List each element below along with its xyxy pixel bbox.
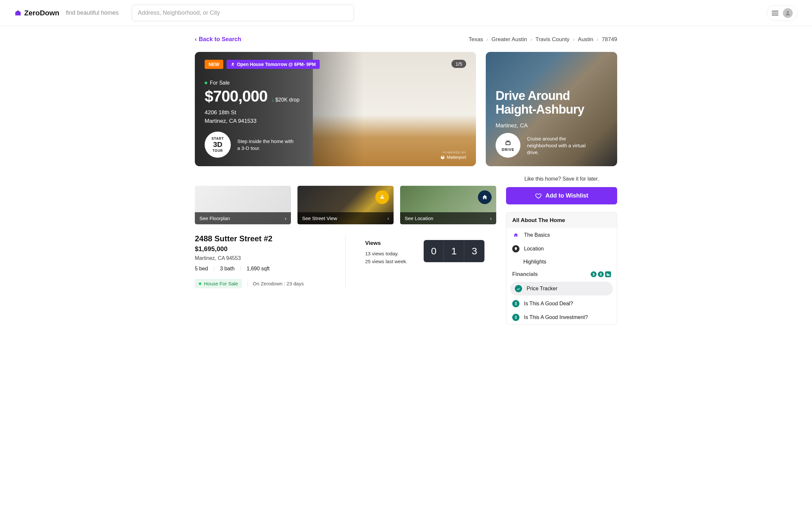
chart-icon: 📊︎ [605,271,611,277]
heart-icon [535,193,542,199]
views-label: Views [365,240,407,246]
views-today: 13 views today. [365,250,407,258]
status-dot-icon [205,81,207,84]
header-right [767,5,798,21]
drive-title-line1: Drive Around [496,89,607,103]
crumb-travis-county[interactable]: Travis County [535,36,569,43]
nav-panel: All About The Home The Basics Location H… [506,212,617,325]
nav-section-financials[interactable]: Financials $ $ 📊︎ [506,268,617,281]
sqft-stat: 1,690 sqft [247,266,270,272]
dollar-icon: $ [512,314,519,321]
hero-image[interactable]: NEW Open House Tomorrow @ 6PM- 9PM 1/5 F… [195,52,476,166]
open-house-label: Open House Tomorrow @ 6PM- 9PM [237,62,316,67]
crumb-zip[interactable]: 78749 [602,36,617,43]
address-line1: 4206 18th St [205,108,466,117]
search-box [132,4,354,21]
property-title: 2488 Sutter Street #2 [195,234,335,243]
nav-item-good-investment[interactable]: $ Is This A Good Investment? [506,311,617,324]
crumb-greater-austin[interactable]: Greater Austin [492,36,527,43]
chevron-left-icon: ‹ [195,36,197,43]
property-price: $1,695,000 [195,245,335,253]
price-drop-label: $20K drop [275,97,300,103]
drive-subtitle: Martinez, CA [496,122,607,129]
crumb-texas[interactable]: Texas [468,36,483,43]
dollar-icon: $ [512,300,519,307]
tour-line2: 3D [213,140,222,149]
street-view-thumbnail[interactable]: See Street View › [298,186,394,224]
views-section: Views 13 views today. 25 views last week… [345,234,496,288]
new-badge: NEW [205,60,223,69]
nav-item-good-deal[interactable]: $ Is This A Good Deal? [506,297,617,311]
tv-icon [504,139,511,146]
logo[interactable]: ZeroDown [14,9,59,17]
days-on-zerodown: On Zerodown : 23 days [253,281,304,286]
back-to-search-link[interactable]: ‹ Back to Search [195,36,241,43]
drive-title-line2: Haight-Ashbury [496,103,607,117]
chevron-right-icon: › [285,215,286,221]
sale-status-label: For Sale [210,80,230,86]
crumb-austin[interactable]: Austin [578,36,593,43]
floorplan-thumbnail[interactable]: See Floorplan › [195,186,291,224]
price: $700,000 [205,87,267,105]
stat-separator [214,266,214,271]
sale-tag-label: House For Sale [204,281,238,286]
drive-button[interactable]: DRIVE [496,133,520,158]
home-pin-icon [478,190,492,204]
chevron-right-icon: › [490,215,492,221]
baths-stat: 3 bath [220,266,234,272]
status-dot-icon [199,283,201,285]
dollar-icon: $ [591,271,597,277]
brand-name: ZeroDown [24,9,59,17]
stat-separator [247,281,247,286]
tagline: find beautiful homes [66,10,119,16]
logo-icon [14,10,21,17]
counter-digit: 1 [444,240,464,262]
nav-item-basics[interactable]: The Basics [506,228,617,242]
open-house-badge: Open House Tomorrow @ 6PM- 9PM [227,60,320,69]
matterport-name: Matterport [447,155,466,160]
nav-label: Is This A Good Deal? [524,301,573,306]
chevron-right-icon: › [487,36,488,43]
home-icon [512,231,519,239]
nav-item-location[interactable]: Location [506,242,617,256]
property-details: 2488 Sutter Street #2 $1,695,000 Martine… [195,234,345,288]
location-thumbnail[interactable]: See Location › [400,186,496,224]
nav-label: Price Tracker [527,286,557,291]
svg-point-0 [787,11,789,13]
walk-icon [230,62,235,66]
nav-label: Is This A Good Investment? [524,314,588,320]
views-week: 25 views last week. [365,258,407,266]
matterport-credit: POWERED BY Matterport [440,151,466,160]
avatar[interactable] [783,8,793,18]
chevron-right-icon: › [387,215,389,221]
nav-item-price-tracker[interactable]: Price Tracker [510,282,613,296]
start-3d-tour-button[interactable]: START 3D TOUR [205,132,231,158]
matterport-powered: POWERED BY [440,151,466,154]
counter-digit: 0 [424,240,444,262]
street-view-label: See Street View [302,215,337,221]
tour-description: Step inside the home with a 3-D tour. [237,138,296,151]
location-label: See Location [405,215,433,221]
beds-stat: 5 bed [195,266,208,272]
chevron-right-icon: › [573,36,575,43]
street-view-icon [375,190,389,204]
drive-around-card[interactable]: Drive Around Haight-Ashbury Martinez, CA… [486,52,617,166]
location-icon [512,245,519,252]
search-input[interactable] [132,4,354,21]
property-address: Martinez, CA 94553 [195,255,335,261]
photo-counter: 1/5 [451,60,466,68]
chevron-right-icon: › [597,36,598,43]
nav-item-highlights[interactable]: Highlights [506,256,617,268]
add-to-wishlist-button[interactable]: Add to Wishlist [506,187,617,205]
stat-separator [241,266,241,271]
chart-icon [515,285,522,292]
breadcrumbs: Texas › Greater Austin › Travis County ›… [468,36,617,43]
arrow-down-icon: ↓ [271,97,274,103]
chevron-right-icon: › [530,36,532,43]
views-counter: 0 1 3 [424,240,484,262]
nav-panel-header: All About The Home [506,213,617,228]
address-line2: Martinez, CA 941533 [205,117,466,125]
drive-button-label: DRIVE [502,148,514,151]
menu-icon[interactable] [772,11,778,15]
right-column: Like this home? Save it for later. Add t… [506,176,617,325]
